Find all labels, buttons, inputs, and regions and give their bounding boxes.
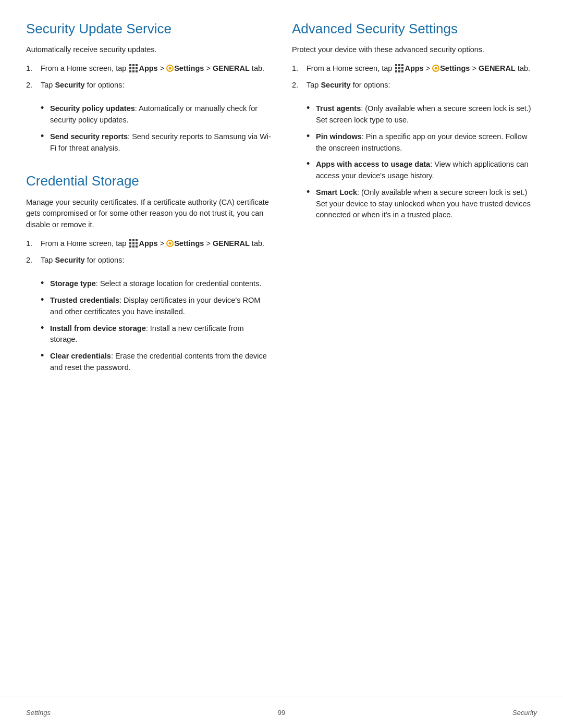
step-text: From a Home screen, tap Apps > Settings … (307, 63, 537, 75)
footer-right-text: Security (512, 709, 537, 717)
step-number: 2. (26, 80, 41, 91)
bullet-dot: • (41, 131, 50, 142)
bullet-dot: • (307, 103, 316, 114)
step-item: 2. Tap Security for options: (26, 255, 271, 266)
step-number: 1. (292, 63, 307, 75)
step-text: Tap Security for options: (41, 255, 271, 266)
step-number: 2. (292, 80, 307, 91)
bullet-text: Storage type: Select a storage location … (50, 278, 271, 290)
bullet-item: • Storage type: Select a storage locatio… (41, 278, 271, 290)
step-item: 1. From a Home screen, tap Apps > Settin… (292, 63, 537, 75)
bullet-item: • Apps with access to usage data: View w… (307, 159, 537, 182)
bullet-item: • Smart Lock: (Only available when a sec… (307, 187, 537, 221)
advanced-security-settings-section: Advanced Security Settings Protect your … (292, 21, 537, 221)
bullet-text: Install from device storage: Install a n… (50, 323, 271, 346)
footer-left-text: Settings (26, 709, 51, 717)
step-number: 1. (26, 63, 41, 75)
security-update-service-section: Security Update Service Automatically re… (26, 21, 271, 154)
settings-icon (166, 65, 174, 72)
bullet-item: • Install from device storage: Install a… (41, 323, 271, 346)
bullet-text: Apps with access to usage data: View whi… (316, 159, 537, 182)
step-text: From a Home screen, tap Apps > Settings … (41, 63, 271, 75)
credential-storage-section: Credential Storage Manage your security … (26, 173, 271, 373)
security-update-bullets: • Security policy updates: Automatically… (41, 103, 271, 154)
advanced-security-steps: 1. From a Home screen, tap Apps > Settin… (292, 63, 537, 91)
bullet-text: Clear credentials: Erase the credential … (50, 351, 271, 374)
bullet-dot: • (307, 131, 316, 142)
apps-icon (395, 64, 403, 72)
bullet-dot: • (307, 159, 316, 169)
bullet-dot: • (307, 187, 316, 198)
bullet-item: • Pin windows: Pin a specific app on you… (307, 131, 537, 154)
bullet-text: Trusted credentials: Display certificate… (50, 295, 271, 318)
credential-storage-bullets: • Storage type: Select a storage locatio… (41, 278, 271, 373)
bullet-item: • Security policy updates: Automatically… (41, 103, 271, 126)
step-text: Tap Security for options: (307, 80, 537, 91)
bullet-text: Send security reports: Send security rep… (50, 131, 271, 154)
bullet-dot: • (41, 351, 50, 361)
settings-icon (166, 240, 174, 247)
bullet-item: • Clear credentials: Erase the credentia… (41, 351, 271, 374)
bullet-item: • Send security reports: Send security r… (41, 131, 271, 154)
step-text: Tap Security for options: (41, 80, 271, 91)
step-item: 2. Tap Security for options: (292, 80, 537, 91)
section-title-advanced-security: Advanced Security Settings (292, 21, 537, 37)
advanced-security-bullets: • Trust agents: (Only available when a s… (307, 103, 537, 221)
bullet-text: Pin windows: Pin a specific app on your … (316, 131, 537, 154)
section-intro-security-update: Automatically receive security updates. (26, 44, 271, 56)
section-intro-advanced-security: Protect your device with these advanced … (292, 44, 537, 56)
apps-icon (129, 239, 138, 248)
bullet-text: Smart Lock: (Only available when a secur… (316, 187, 537, 221)
bullet-text: Security policy updates: Automatically o… (50, 103, 271, 126)
section-intro-credential-storage: Manage your security certificates. If a … (26, 197, 271, 231)
step-number: 2. (26, 255, 41, 266)
step-text: From a Home screen, tap Apps > Settings … (41, 238, 271, 250)
security-update-steps: 1. From a Home screen, tap Apps > Settin… (26, 63, 271, 91)
step-number: 1. (26, 238, 41, 250)
settings-icon (432, 65, 439, 72)
bullet-dot: • (41, 295, 50, 305)
right-column: Advanced Security Settings Protect your … (292, 21, 537, 382)
step-item: 1. From a Home screen, tap Apps > Settin… (26, 238, 271, 250)
step-item: 2. Tap Security for options: (26, 80, 271, 91)
apps-icon (129, 64, 138, 72)
step-item: 1. From a Home screen, tap Apps > Settin… (26, 63, 271, 75)
bullet-item: • Trusted credentials: Display certifica… (41, 295, 271, 318)
footer: Settings 99 Security (0, 697, 563, 728)
bullet-dot: • (41, 323, 50, 334)
section-title-credential-storage: Credential Storage (26, 173, 271, 189)
bullet-dot: • (41, 278, 50, 289)
bullet-dot: • (41, 103, 50, 114)
bullet-item: • Trust agents: (Only available when a s… (307, 103, 537, 126)
section-title-security-update: Security Update Service (26, 21, 271, 37)
bullet-text: Trust agents: (Only available when a sec… (316, 103, 537, 126)
left-column: Security Update Service Automatically re… (26, 21, 271, 382)
credential-storage-steps: 1. From a Home screen, tap Apps > Settin… (26, 238, 271, 266)
footer-page-number: 99 (278, 709, 285, 717)
